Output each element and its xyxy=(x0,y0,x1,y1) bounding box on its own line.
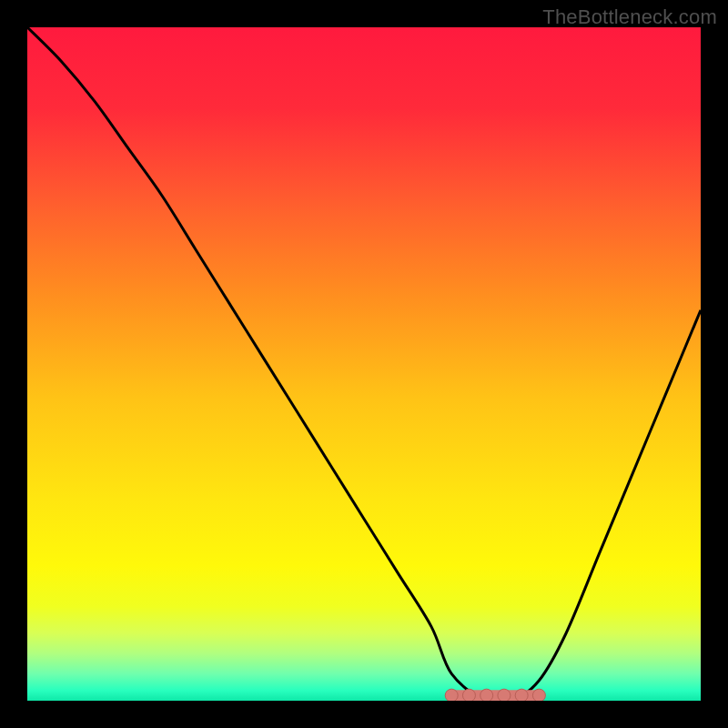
svg-point-2 xyxy=(462,689,475,701)
chart-svg xyxy=(27,27,701,701)
svg-point-1 xyxy=(445,689,458,701)
plot-area xyxy=(27,27,701,701)
svg-point-3 xyxy=(480,689,493,701)
gradient-background xyxy=(27,27,701,701)
svg-point-4 xyxy=(498,689,511,701)
chart-frame: TheBottleneck.com xyxy=(0,0,728,728)
svg-point-6 xyxy=(532,689,545,701)
svg-point-5 xyxy=(515,689,528,701)
watermark-text: TheBottleneck.com xyxy=(542,5,717,29)
optimal-range-marker xyxy=(445,689,545,701)
